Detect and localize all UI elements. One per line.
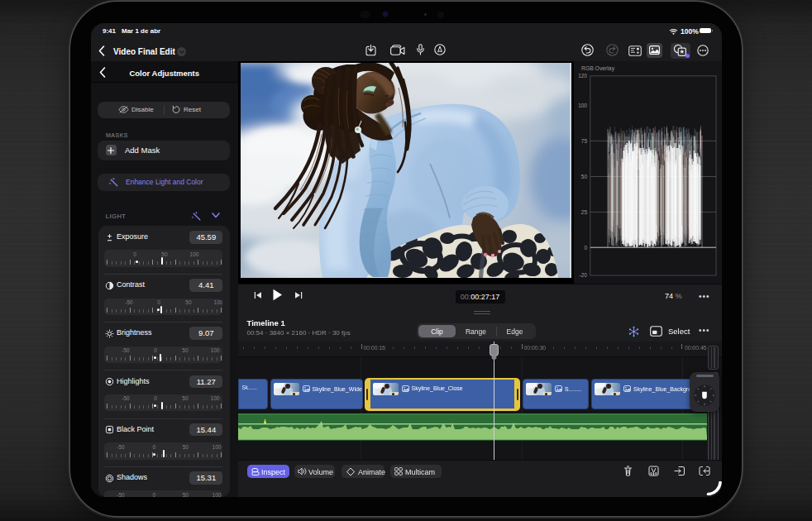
svg-text:100: 100 <box>578 103 587 108</box>
svg-text:75: 75 <box>581 138 588 144</box>
svg-text:RGB Overlay: RGB Overlay <box>581 65 615 72</box>
svg-text:-20: -20 <box>580 272 588 278</box>
svg-text:0: 0 <box>584 245 587 251</box>
svg-text:50: 50 <box>581 174 588 179</box>
svg-text:25: 25 <box>581 209 588 215</box>
svg-text:120: 120 <box>578 73 587 79</box>
